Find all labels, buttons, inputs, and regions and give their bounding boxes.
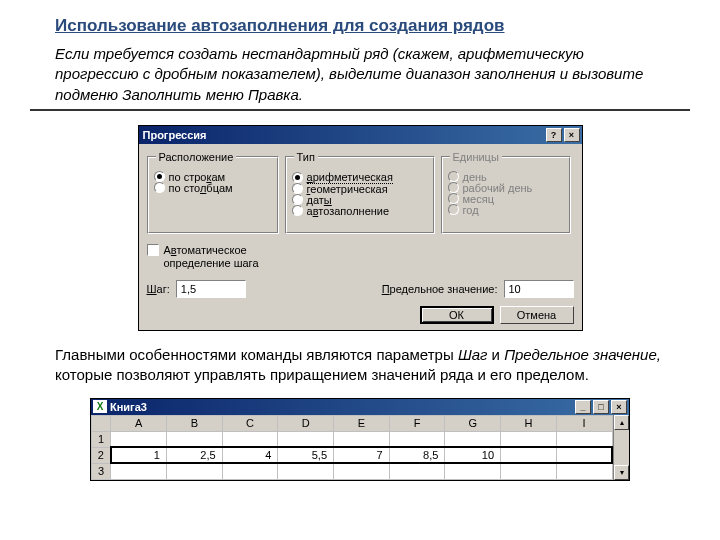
dialog-caption: Прогрессия (143, 129, 207, 141)
radio-icon (154, 171, 165, 182)
radio-icon (448, 193, 459, 204)
col-header[interactable]: F (389, 415, 445, 431)
col-header[interactable]: D (278, 415, 334, 431)
cell[interactable]: 7 (334, 447, 390, 463)
group-layout-legend: Расположение (156, 151, 237, 163)
cell[interactable]: 4 (222, 447, 278, 463)
col-header[interactable]: I (556, 415, 612, 431)
radio-icon (448, 182, 459, 193)
col-header[interactable]: B (166, 415, 222, 431)
col-header[interactable]: G (445, 415, 501, 431)
cell[interactable] (501, 447, 557, 463)
row-header[interactable]: 2 (92, 447, 111, 463)
select-all-corner[interactable] (92, 415, 111, 431)
description-text: Главными особенностями команды являются … (55, 345, 670, 386)
limit-input[interactable] (504, 280, 574, 298)
step-label: Шаг: (147, 283, 170, 295)
radio-icon (154, 182, 165, 193)
step-input[interactable] (176, 280, 246, 298)
col-header[interactable]: E (334, 415, 390, 431)
group-type-legend: Тип (294, 151, 318, 163)
minimize-button[interactable]: _ (575, 400, 591, 414)
help-button[interactable]: ? (546, 128, 562, 142)
radio-autofill[interactable]: автозаполнение (292, 205, 428, 217)
scroll-down-button[interactable]: ▾ (614, 465, 629, 480)
radio-by-cols[interactable]: по столбцам (154, 182, 272, 194)
spreadsheet-window: X Книга3 _ □ × A B C D E F G H I 1 (90, 398, 630, 481)
checkbox-icon (147, 244, 159, 256)
radio-icon (292, 172, 303, 183)
cell[interactable]: 8,5 (389, 447, 445, 463)
cell[interactable]: 1 (111, 447, 167, 463)
page-title: Использование автозаполнения для создани… (55, 16, 690, 36)
row-header[interactable]: 3 (92, 463, 111, 479)
cancel-button[interactable]: Отмена (500, 306, 574, 324)
close-button[interactable]: × (564, 128, 580, 142)
radio-icon (292, 205, 303, 216)
progression-dialog: Прогрессия ? × Расположение по строкам п… (138, 125, 583, 331)
col-header[interactable]: A (111, 415, 167, 431)
cell[interactable]: 5,5 (278, 447, 334, 463)
workbook-title: Книга3 (110, 401, 147, 413)
cell[interactable]: 2,5 (166, 447, 222, 463)
divider (30, 109, 690, 111)
col-header[interactable]: H (501, 415, 557, 431)
maximize-button[interactable]: □ (593, 400, 609, 414)
spreadsheet-titlebar: X Книга3 _ □ × (91, 399, 629, 415)
col-header[interactable]: C (222, 415, 278, 431)
excel-icon: X (93, 400, 107, 413)
checkbox-autostep[interactable]: Автоматическое определение шага (147, 244, 279, 270)
row-header[interactable]: 1 (92, 431, 111, 447)
radio-icon (292, 183, 303, 194)
window-close-button[interactable]: × (611, 400, 627, 414)
cell[interactable]: 10 (445, 447, 501, 463)
spreadsheet-grid[interactable]: A B C D E F G H I 1 2 1 2,5 4 5,5 7 (91, 415, 613, 480)
dialog-titlebar: Прогрессия ? × (139, 126, 582, 144)
radio-icon (448, 171, 459, 182)
radio-year: год (448, 204, 564, 216)
vertical-scrollbar[interactable]: ▴ ▾ (613, 415, 629, 480)
scroll-up-button[interactable]: ▴ (614, 415, 629, 430)
limit-label: Предельное значение: (382, 283, 498, 295)
group-units-legend: Единицы (450, 151, 502, 163)
cell[interactable] (556, 447, 612, 463)
intro-text: Если требуется создать нестандартный ряд… (55, 44, 670, 105)
radio-icon (292, 194, 303, 205)
radio-icon (448, 204, 459, 215)
ok-button[interactable]: ОК (420, 306, 494, 324)
